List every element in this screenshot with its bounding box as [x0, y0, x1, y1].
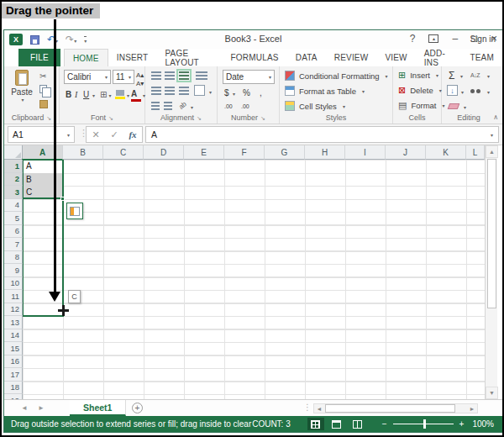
column-header-G[interactable]: G	[265, 145, 305, 160]
align-center-button[interactable]	[165, 87, 175, 95]
grow-font-button[interactable]: A▴	[136, 71, 144, 79]
vertical-scroll-thumb[interactable]	[487, 159, 496, 308]
row-header-14[interactable]: 14	[4, 329, 23, 343]
quick-analysis-button[interactable]	[66, 203, 83, 219]
tab-team[interactable]: TEAM	[461, 49, 502, 66]
collapse-ribbon-button[interactable]: ∧	[493, 113, 498, 121]
column-header-A[interactable]: A	[23, 145, 63, 160]
grid-cells-area[interactable]	[23, 160, 485, 399]
sort-filter-dropdown-icon[interactable]: ▾	[487, 73, 490, 79]
zoom-out-button[interactable]: −	[382, 419, 387, 429]
autosum-button[interactable]: Σ	[449, 70, 454, 82]
row-header-11[interactable]: 11	[4, 290, 23, 303]
decrease-indent-button[interactable]	[151, 102, 160, 110]
fill-down-button[interactable]: ↓	[447, 85, 458, 96]
column-header-J[interactable]: J	[386, 145, 426, 160]
fill-color-dropdown-icon[interactable]: ▾	[127, 92, 129, 98]
enter-button[interactable]: ✓	[105, 129, 123, 140]
row-header-12[interactable]: 12	[4, 303, 23, 317]
row-header-7[interactable]: 7	[4, 238, 23, 251]
find-select-icon[interactable]	[470, 89, 475, 93]
ribbon-display-options-button[interactable]: ▴	[428, 34, 438, 43]
align-right-button[interactable]	[179, 87, 189, 95]
row-header-16[interactable]: 16	[4, 355, 23, 369]
column-header-H[interactable]: H	[305, 145, 345, 160]
orientation-dropdown-icon[interactable]: ▾	[191, 104, 193, 110]
cancel-button[interactable]: ✕	[87, 129, 105, 140]
formula-expand-icon[interactable]: ▾	[491, 132, 493, 138]
clipboard-dialog-launcher-icon[interactable]: ↘	[46, 115, 51, 121]
italic-button[interactable]: I	[75, 90, 77, 99]
cut-button[interactable]: ✂	[39, 71, 46, 81]
sheet-tab-sheet1[interactable]: Sheet1	[70, 400, 126, 416]
cell-styles-button[interactable]: Cell Styles ▾	[285, 101, 345, 111]
borders-button[interactable]: ⊞▾	[100, 90, 111, 99]
cell-A1[interactable]: A	[26, 160, 32, 172]
row-header-8[interactable]: 8	[4, 251, 23, 265]
font-color-button[interactable]: A	[131, 89, 141, 102]
horizontal-scroll-thumb[interactable]	[325, 404, 455, 413]
fill-handle[interactable]	[60, 197, 65, 201]
align-middle-button[interactable]	[165, 71, 175, 80]
currency-button[interactable]: $	[224, 88, 229, 97]
percent-button[interactable]: %	[243, 88, 250, 97]
format-button[interactable]: ▤ Format ▾	[398, 101, 445, 110]
row-header-6[interactable]: 6	[4, 225, 23, 239]
column-header-B[interactable]: B	[63, 145, 103, 160]
tab-add-ins[interactable]: ADD-INS	[416, 49, 462, 66]
fill-dropdown-icon[interactable]: ▾	[461, 89, 464, 95]
tab-review[interactable]: REVIEW	[326, 49, 377, 66]
worksheet-grid[interactable]: C ▲ ▼ ABCDEFGHIJKL1234567891011121314151…	[4, 145, 502, 399]
paste-button[interactable]: Paste ▾	[9, 70, 34, 103]
tab-insert[interactable]: INSERT	[108, 49, 157, 66]
cell-A2[interactable]: B	[26, 173, 32, 186]
font-size-select[interactable]: 11▾	[113, 70, 134, 84]
row-header-17[interactable]: 17	[4, 368, 23, 382]
row-header-2[interactable]: 2	[4, 173, 23, 187]
minimize-button[interactable]: –	[452, 33, 458, 45]
column-header-E[interactable]: E	[184, 145, 224, 160]
clear-dropdown-icon[interactable]: ▾	[464, 104, 466, 110]
row-header-10[interactable]: 10	[4, 277, 23, 291]
number-dialog-launcher-icon[interactable]: ↘	[260, 115, 265, 121]
font-name-select[interactable]: Calibri▾	[64, 70, 111, 84]
tab-home[interactable]: HOME	[64, 49, 108, 66]
zoom-percentage[interactable]: 100%	[472, 419, 494, 429]
scroll-left-icon[interactable]: ◄	[314, 404, 324, 413]
underline-dropdown-icon[interactable]: ▾	[92, 92, 95, 98]
name-box[interactable]: A1 ▾	[8, 126, 75, 143]
merge-center-button[interactable]	[194, 85, 205, 96]
clear-eraser-icon[interactable]	[448, 103, 460, 109]
row-header-15[interactable]: 15	[4, 342, 23, 355]
name-box-dropdown-icon[interactable]: ▾	[67, 132, 70, 138]
column-header-F[interactable]: F	[224, 145, 265, 160]
row-header-4[interactable]: 4	[4, 199, 23, 213]
format-painter-button[interactable]	[39, 100, 48, 110]
row-header-18[interactable]: 18	[4, 382, 23, 395]
conditional-formatting-button[interactable]: Conditional Formatting ▾	[285, 71, 388, 81]
zoom-slider-thumb[interactable]	[423, 419, 426, 429]
vertical-scrollbar[interactable]: ▲ ▼	[485, 145, 497, 399]
scroll-up-icon[interactable]: ▲	[486, 145, 498, 158]
column-header-L[interactable]: L	[466, 145, 485, 160]
row-header-13[interactable]: 13	[4, 316, 23, 329]
delete-button[interactable]: ⊠ Delete ▾	[398, 86, 442, 95]
view-page-break-button[interactable]	[349, 418, 366, 430]
scroll-right-icon[interactable]: ►	[467, 404, 477, 413]
row-header-1[interactable]: 1	[4, 160, 23, 173]
autosum-dropdown-icon[interactable]: ▾	[460, 73, 463, 79]
fill-color-button[interactable]	[115, 90, 125, 99]
help-button[interactable]: ?	[410, 33, 416, 45]
wrap-text-button[interactable]	[196, 71, 207, 80]
tab-page-layout[interactable]: PAGE LAYOUT	[156, 49, 222, 66]
shrink-font-button[interactable]: A▾	[136, 80, 144, 87]
decrease-decimal-button[interactable]: .00	[241, 103, 249, 109]
row-header-5[interactable]: 5	[4, 212, 23, 225]
copy-button[interactable]	[39, 85, 47, 95]
formula-input[interactable]: A ▾	[145, 126, 499, 143]
zoom-slider[interactable]	[393, 424, 454, 424]
tab-data[interactable]: DATA	[287, 49, 326, 66]
sheet-prev-icon[interactable]: ◄	[21, 404, 28, 412]
horizontal-scrollbar[interactable]: ◄ ►	[313, 403, 478, 413]
column-header-D[interactable]: D	[144, 145, 184, 160]
